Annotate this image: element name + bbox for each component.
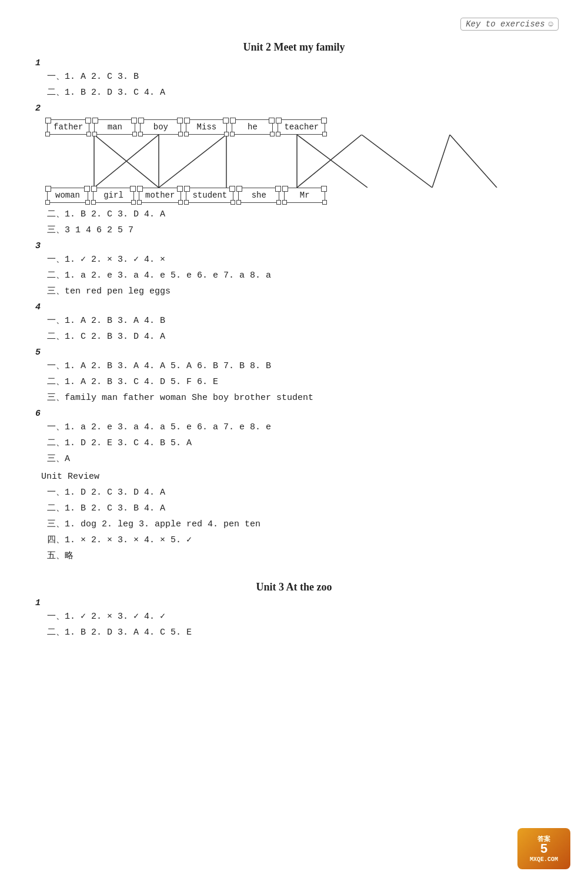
- unit-review-label: Unit Review: [41, 470, 553, 484]
- watermark: 答案 5 MXQE.COM: [517, 828, 570, 869]
- match-box-miss: Miss: [186, 119, 227, 135]
- unit2-s5-line3: 三、family man father woman She boy brothe…: [47, 391, 553, 405]
- svg-line-10: [450, 135, 497, 188]
- matching-diagram: father man boy Miss he teacher: [47, 119, 547, 203]
- svg-line-6: [297, 135, 368, 188]
- match-box-girl: girl: [93, 188, 134, 203]
- match-bottom-row: woman girl mother student she Mr: [47, 188, 547, 203]
- unit2-s5-line1: 一、1. A 2. B 3. A 4. A 5. A 6. B 7. B 8. …: [47, 359, 553, 373]
- match-top-row: father man boy Miss he teacher: [47, 119, 547, 135]
- match-box-she: she: [238, 188, 279, 203]
- match-box-teacher: teacher: [278, 119, 325, 135]
- match-box-father: father: [47, 119, 89, 135]
- unit2-s4-line1: 一、1. A 2. B 3. A 4. B: [47, 314, 553, 328]
- unit3-title: Unit 3 At the zoo: [35, 581, 553, 593]
- header-label: Key to exercises: [466, 19, 544, 29]
- unit2-s4-line2: 二、1. C 2. B 3. D 4. A: [47, 330, 553, 344]
- unit-review-line3: 三、1. dog 2. leg 3. apple red 4. pen ten: [47, 518, 553, 532]
- svg-line-8: [362, 135, 432, 188]
- unit2-s3-line2: 二、1. a 2. e 3. a 4. e 5. e 6. e 7. a 8. …: [47, 269, 553, 283]
- section-4-num: 4: [35, 302, 553, 312]
- watermark-site: MXQE.COM: [530, 856, 558, 863]
- unit2-s6-line2: 二、1. D 2. E 3. C 4. B 5. A: [47, 436, 553, 450]
- unit2-s1-line2: 二、1. B 2. D 3. C 4. A: [47, 86, 553, 100]
- section-6-num: 6: [35, 409, 553, 419]
- unit2-s5-line2: 二、1. A 2. B 3. C 4. D 5. F 6. E: [47, 375, 553, 389]
- match-box-mother: mother: [139, 188, 181, 203]
- unit2-s2-line2: 三、3 1 4 6 2 5 7: [47, 223, 553, 238]
- smiley-icon: ☺: [549, 19, 553, 29]
- svg-line-9: [297, 135, 362, 188]
- section-5-num: 5: [35, 348, 553, 358]
- svg-line-5: [159, 135, 226, 188]
- match-box-man: man: [94, 119, 135, 135]
- match-box-he: he: [232, 119, 273, 135]
- unit3-s1-line2: 二、1. B 2. D 3. A 4. C 5. E: [47, 626, 553, 640]
- unit-review-line5: 五、略: [47, 549, 553, 563]
- unit2-s2-line1: 二、1. B 2. C 3. D 4. A: [47, 208, 553, 222]
- match-box-mr: Mr: [284, 188, 325, 203]
- match-box-woman: woman: [47, 188, 88, 203]
- unit-review-line2: 二、1. B 2. C 3. B 4. A: [47, 502, 553, 516]
- match-box-student: student: [186, 188, 233, 203]
- unit-review-line1: 一、1. D 2. C 3. D 4. A: [47, 486, 553, 500]
- section-3-num: 3: [35, 241, 553, 251]
- unit2-s1-line1: 一、1. A 2. C 3. B: [47, 70, 553, 84]
- section-2-num: 2: [35, 104, 553, 114]
- unit2-s6-line1: 一、1. a 2. e 3. a 4. a 5. e 6. a 7. e 8. …: [47, 421, 553, 435]
- match-box-boy: boy: [140, 119, 181, 135]
- section-1-num: 1: [35, 58, 553, 68]
- watermark-num: 5: [540, 843, 547, 856]
- unit2-s3-line1: 一、1. ✓ 2. × 3. ✓ 4. ×: [47, 253, 553, 267]
- svg-line-11: [432, 135, 450, 188]
- unit3-s1-line1: 一、1. ✓ 2. × 3. ✓ 4. ✓: [47, 610, 553, 624]
- key-to-exercises-header: Key to exercises ☺: [460, 18, 559, 31]
- unit3-section-1-num: 1: [35, 598, 553, 608]
- unit2-title: Unit 2 Meet my family: [35, 41, 553, 54]
- unit-review-line4: 四、1. × 2. × 3. × 4. × 5. ✓: [47, 533, 553, 548]
- matching-lines-svg: [53, 135, 582, 188]
- unit2-s3-line3: 三、ten red pen leg eggs: [47, 285, 553, 299]
- unit2-s6-line3: 三、A: [47, 452, 553, 466]
